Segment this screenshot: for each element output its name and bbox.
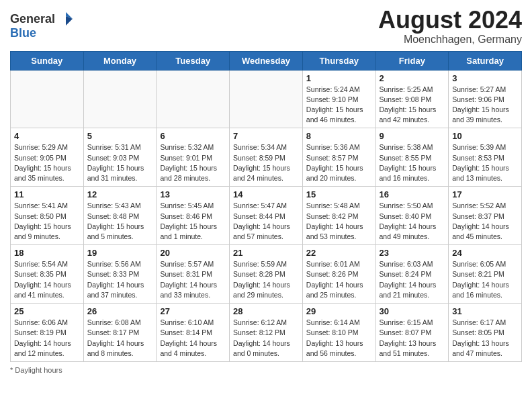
day-number: 22	[306, 248, 372, 258]
day-number: 18	[14, 248, 80, 258]
calendar-day-cell: 25Sunrise: 6:06 AMSunset: 8:19 PMDayligh…	[11, 304, 84, 362]
day-number: 16	[380, 189, 445, 199]
day-info: Sunrise: 5:59 AMSunset: 8:28 PMDaylight:…	[233, 259, 299, 300]
calendar-day-cell: 20Sunrise: 5:57 AMSunset: 8:31 PMDayligh…	[157, 245, 230, 304]
calendar-day-cell: 16Sunrise: 5:50 AMSunset: 8:40 PMDayligh…	[375, 187, 449, 245]
calendar-day-cell: 28Sunrise: 6:12 AMSunset: 8:12 PMDayligh…	[230, 304, 303, 362]
calendar-day-cell: 31Sunrise: 6:17 AMSunset: 8:05 PMDayligh…	[449, 304, 522, 362]
day-info: Sunrise: 5:39 AMSunset: 8:53 PMDaylight:…	[452, 142, 518, 183]
day-info: Sunrise: 5:29 AMSunset: 9:05 PMDaylight:…	[14, 142, 80, 183]
day-info: Sunrise: 5:56 AMSunset: 8:33 PMDaylight:…	[87, 259, 153, 300]
day-info: Sunrise: 5:38 AMSunset: 8:55 PMDaylight:…	[380, 142, 445, 183]
day-number: 19	[87, 248, 153, 258]
month-year-title: August 2024	[378, 7, 522, 34]
day-number: 27	[160, 306, 226, 316]
day-info: Sunrise: 5:36 AMSunset: 8:57 PMDaylight:…	[306, 142, 372, 183]
day-info: Sunrise: 5:31 AMSunset: 9:03 PMDaylight:…	[87, 142, 153, 183]
day-info: Sunrise: 5:52 AMSunset: 8:37 PMDaylight:…	[452, 201, 518, 242]
day-number: 17	[452, 189, 518, 199]
calendar-day-cell: 17Sunrise: 5:52 AMSunset: 8:37 PMDayligh…	[449, 187, 522, 245]
calendar-day-cell: 23Sunrise: 6:03 AMSunset: 8:24 PMDayligh…	[375, 245, 449, 304]
logo: General Blue	[10, 11, 74, 39]
logo-blue: Blue	[10, 27, 74, 39]
day-info: Sunrise: 5:48 AMSunset: 8:42 PMDaylight:…	[306, 201, 372, 242]
logo-icon	[58, 11, 74, 27]
title-area: August 2024 Moenchhagen, Germany	[378, 7, 522, 46]
day-number: 10	[452, 131, 518, 141]
calendar-day-cell: 3Sunrise: 5:27 AMSunset: 9:06 PMDaylight…	[449, 70, 522, 128]
day-info: Sunrise: 5:45 AMSunset: 8:46 PMDaylight:…	[160, 201, 226, 242]
day-number: 4	[14, 131, 80, 141]
day-number: 23	[380, 248, 445, 258]
day-number: 9	[380, 131, 445, 141]
calendar-week-5: 25Sunrise: 6:06 AMSunset: 8:19 PMDayligh…	[11, 304, 522, 362]
calendar-header-row: SundayMondayTuesdayWednesdayThursdayFrid…	[11, 51, 522, 70]
day-info: Sunrise: 5:25 AMSunset: 9:08 PMDaylight:…	[380, 85, 445, 126]
calendar-day-cell	[230, 70, 303, 128]
col-header-wednesday: Wednesday	[230, 51, 303, 70]
day-number: 13	[160, 189, 226, 199]
day-number: 25	[14, 306, 80, 316]
calendar-day-cell: 5Sunrise: 5:31 AMSunset: 9:03 PMDaylight…	[83, 128, 157, 187]
day-info: Sunrise: 6:10 AMSunset: 8:14 PMDaylight:…	[160, 318, 226, 359]
day-number: 2	[380, 73, 445, 83]
day-number: 1	[306, 73, 372, 83]
day-info: Sunrise: 6:14 AMSunset: 8:10 PMDaylight:…	[306, 318, 372, 359]
day-number: 26	[87, 306, 153, 316]
day-number: 7	[233, 131, 299, 141]
day-number: 14	[233, 189, 299, 199]
calendar-day-cell: 13Sunrise: 5:45 AMSunset: 8:46 PMDayligh…	[157, 187, 230, 245]
day-number: 15	[306, 189, 372, 199]
day-number: 21	[233, 248, 299, 258]
calendar-day-cell: 6Sunrise: 5:32 AMSunset: 9:01 PMDaylight…	[157, 128, 230, 187]
calendar-day-cell: 10Sunrise: 5:39 AMSunset: 8:53 PMDayligh…	[449, 128, 522, 187]
day-number: 11	[14, 189, 80, 199]
col-header-monday: Monday	[83, 51, 157, 70]
day-number: 12	[87, 189, 153, 199]
calendar-week-1: 1Sunrise: 5:24 AMSunset: 9:10 PMDaylight…	[11, 70, 522, 128]
calendar-day-cell: 11Sunrise: 5:41 AMSunset: 8:50 PMDayligh…	[11, 187, 84, 245]
col-header-friday: Friday	[375, 51, 449, 70]
calendar-week-4: 18Sunrise: 5:54 AMSunset: 8:35 PMDayligh…	[11, 245, 522, 304]
calendar-day-cell: 14Sunrise: 5:47 AMSunset: 8:44 PMDayligh…	[230, 187, 303, 245]
col-header-saturday: Saturday	[449, 51, 522, 70]
day-info: Sunrise: 5:27 AMSunset: 9:06 PMDaylight:…	[452, 85, 518, 126]
day-info: Sunrise: 5:57 AMSunset: 8:31 PMDaylight:…	[160, 259, 226, 300]
day-number: 20	[160, 248, 226, 258]
day-info: Sunrise: 5:54 AMSunset: 8:35 PMDaylight:…	[14, 259, 80, 300]
calendar-week-3: 11Sunrise: 5:41 AMSunset: 8:50 PMDayligh…	[11, 187, 522, 245]
col-header-tuesday: Tuesday	[157, 51, 230, 70]
day-number: 3	[452, 73, 518, 83]
day-info: Sunrise: 6:12 AMSunset: 8:12 PMDaylight:…	[233, 318, 299, 359]
calendar-day-cell: 2Sunrise: 5:25 AMSunset: 9:08 PMDaylight…	[375, 70, 449, 128]
logo-general: General	[10, 13, 55, 25]
calendar-day-cell: 18Sunrise: 5:54 AMSunset: 8:35 PMDayligh…	[11, 245, 84, 304]
day-info: Sunrise: 6:05 AMSunset: 8:21 PMDaylight:…	[452, 259, 518, 300]
calendar-day-cell: 21Sunrise: 5:59 AMSunset: 8:28 PMDayligh…	[230, 245, 303, 304]
calendar-day-cell	[11, 70, 84, 128]
day-info: Sunrise: 5:34 AMSunset: 8:59 PMDaylight:…	[233, 142, 299, 183]
calendar-day-cell: 30Sunrise: 6:15 AMSunset: 8:07 PMDayligh…	[375, 304, 449, 362]
calendar-day-cell: 8Sunrise: 5:36 AMSunset: 8:57 PMDaylight…	[302, 128, 375, 187]
calendar-day-cell: 9Sunrise: 5:38 AMSunset: 8:55 PMDaylight…	[375, 128, 449, 187]
day-number: 31	[452, 306, 518, 316]
calendar-day-cell: 15Sunrise: 5:48 AMSunset: 8:42 PMDayligh…	[302, 187, 375, 245]
day-number: 5	[87, 131, 153, 141]
day-number: 8	[306, 131, 372, 141]
day-info: Sunrise: 5:43 AMSunset: 8:48 PMDaylight:…	[87, 201, 153, 242]
day-info: Sunrise: 5:50 AMSunset: 8:40 PMDaylight:…	[380, 201, 445, 242]
day-info: Sunrise: 6:17 AMSunset: 8:05 PMDaylight:…	[452, 318, 518, 359]
calendar-day-cell: 22Sunrise: 6:01 AMSunset: 8:26 PMDayligh…	[302, 245, 375, 304]
day-info: Sunrise: 6:15 AMSunset: 8:07 PMDaylight:…	[380, 318, 445, 359]
calendar-table: SundayMondayTuesdayWednesdayThursdayFrid…	[10, 51, 522, 362]
day-info: Sunrise: 5:41 AMSunset: 8:50 PMDaylight:…	[14, 201, 80, 242]
day-number: 6	[160, 131, 226, 141]
calendar-day-cell: 7Sunrise: 5:34 AMSunset: 8:59 PMDaylight…	[230, 128, 303, 187]
calendar-day-cell: 4Sunrise: 5:29 AMSunset: 9:05 PMDaylight…	[11, 128, 84, 187]
location-subtitle: Moenchhagen, Germany	[378, 34, 522, 46]
day-number: 30	[380, 306, 445, 316]
calendar-day-cell: 24Sunrise: 6:05 AMSunset: 8:21 PMDayligh…	[449, 245, 522, 304]
calendar-day-cell	[157, 70, 230, 128]
day-number: 29	[306, 306, 372, 316]
calendar-day-cell: 1Sunrise: 5:24 AMSunset: 9:10 PMDaylight…	[302, 70, 375, 128]
